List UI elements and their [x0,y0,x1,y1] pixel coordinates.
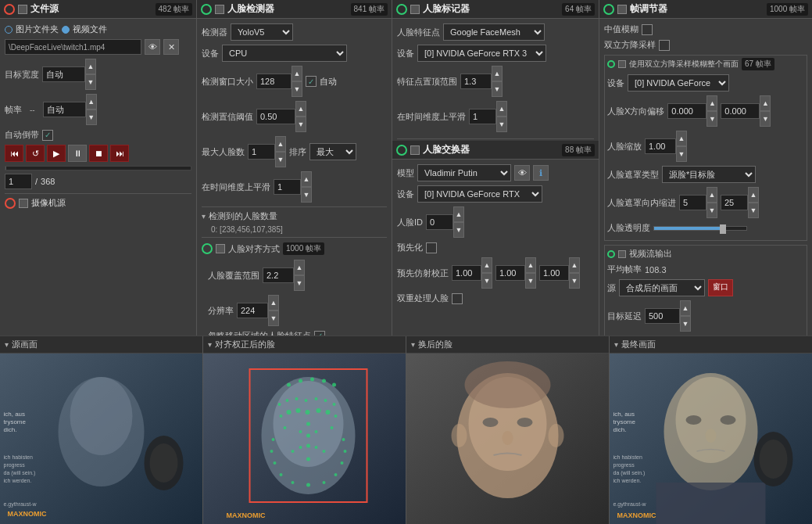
psv3-input[interactable] [539,265,569,281]
temporal-up-detector[interactable]: ▲ [301,171,312,187]
double-process-checkbox[interactable] [452,293,463,304]
landmark-select[interactable]: Google FaceMesh [443,23,545,41]
erode-up[interactable]: ▲ [706,187,717,203]
face-swapper-power-btn[interactable] [396,145,407,156]
face-marker-checkbox[interactable] [410,5,420,14]
psv1-down[interactable]: ▼ [481,273,492,289]
median-checkbox[interactable] [642,24,653,35]
psv1-up[interactable]: ▲ [481,257,492,273]
model-select[interactable]: Vladimir Putin [417,164,511,181]
info-btn-model[interactable]: ℹ [533,165,549,181]
window-size-input[interactable] [256,74,292,89]
y-offset-up[interactable]: ▲ [760,95,771,111]
y-offset-input[interactable] [721,103,760,119]
x-offset-down[interactable]: ▼ [706,111,717,127]
psv2-input[interactable] [495,265,525,281]
psv2-down[interactable]: ▼ [525,273,536,289]
play-btn[interactable]: ▶ [47,145,66,162]
opacity-slider[interactable] [653,226,747,231]
target-delay-down[interactable]: ▼ [680,316,691,332]
frame-current-input[interactable] [5,174,32,189]
target-width-up[interactable]: ▲ [85,59,96,74]
psv1-input[interactable] [452,265,481,281]
sort-select[interactable]: 最大 [309,143,356,160]
opacity-thumb[interactable] [720,224,726,234]
scale-up[interactable]: ▲ [676,131,687,146]
x-offset-input[interactable] [667,103,706,119]
max-faces-up[interactable]: ▲ [275,136,286,152]
max-faces-down[interactable]: ▼ [275,152,286,167]
eye-btn-file[interactable]: 👁 [145,39,160,55]
fps-up[interactable]: ▲ [86,94,97,109]
pre-sharpen-checkbox[interactable] [426,242,437,253]
file-path-input[interactable] [5,39,141,55]
frame-adjuster-power-btn[interactable] [603,4,614,15]
face-cover-down[interactable]: ▼ [294,275,305,291]
device-select-marker[interactable]: [0] NVIDIA GeForce RTX 3 [417,45,546,62]
psv3-up[interactable]: ▲ [569,257,580,273]
window-size-up[interactable]: ▲ [292,66,302,81]
temporal-down-detector[interactable]: ▼ [301,187,312,203]
feature-range-up[interactable]: ▲ [492,66,503,81]
camera-checkbox[interactable] [19,199,28,208]
next-btn[interactable]: ⏭ [110,145,129,162]
source-select[interactable]: 合成后的画面 [619,279,705,296]
target-width-down[interactable]: ▼ [85,74,96,90]
camera-power-btn[interactable] [5,198,16,209]
radio-video[interactable] [62,26,70,34]
eye-btn-model[interactable]: 👁 [514,165,530,181]
bilateral-checkbox[interactable] [659,40,670,51]
face-id-down[interactable]: ▼ [453,222,464,238]
auto-copy-checkbox[interactable] [42,130,53,141]
resolution-input[interactable] [237,303,268,318]
file-source-power-btn[interactable] [4,4,15,15]
close-btn-file[interactable]: ✕ [163,39,179,55]
window-size-down[interactable]: ▼ [292,81,302,97]
face-detector-checkbox[interactable] [215,5,224,14]
auto-window-checkbox[interactable] [306,76,317,87]
frame-adjuster-checkbox[interactable] [617,5,627,14]
radio-images[interactable] [5,26,13,34]
resolution-up[interactable]: ▲ [268,295,279,310]
y-offset-down[interactable]: ▼ [760,111,771,127]
bilateral-sub-power[interactable] [607,60,615,68]
temporal-input-detector[interactable] [274,179,301,195]
stream-out-checkbox[interactable] [618,250,626,258]
mask-type-select[interactable]: 源脸*目标脸 [662,166,756,183]
device-select-swapper[interactable]: [0] NVIDIA GeForce RTX [417,185,542,203]
scale-down[interactable]: ▼ [676,146,687,162]
erode-down[interactable]: ▼ [706,203,717,218]
target-delay-up[interactable]: ▲ [680,300,691,316]
resolution-down[interactable]: ▼ [268,310,279,326]
face-swapper-checkbox[interactable] [410,145,420,155]
threshold-up[interactable]: ▲ [295,101,306,117]
threshold-input[interactable] [256,109,295,124]
stream-out-power[interactable] [607,250,615,258]
file-source-checkbox[interactable] [18,5,27,14]
align-power-btn[interactable] [202,243,213,254]
device-select-adjuster[interactable]: [0] NVIDIA GeForce [628,74,729,92]
threshold-down[interactable]: ▼ [295,117,306,132]
psv2-up[interactable]: ▲ [525,257,536,273]
blur-down[interactable]: ▼ [748,203,759,218]
target-delay-input[interactable] [645,308,680,324]
face-marker-power-btn[interactable] [396,4,407,15]
psv3-down[interactable]: ▼ [569,273,580,289]
window-btn[interactable]: 窗口 [708,279,733,296]
align-checkbox[interactable] [216,244,225,253]
detector-select[interactable]: YoloV5 [231,23,293,41]
fps-input[interactable] [43,102,86,117]
feature-range-input[interactable] [460,74,492,89]
max-faces-input[interactable] [248,144,275,160]
blur-up[interactable]: ▲ [748,187,759,203]
x-offset-up[interactable]: ▲ [706,95,717,111]
fps-down[interactable]: ▼ [86,109,97,125]
progress-bar[interactable] [5,166,191,170]
face-id-input[interactable] [426,214,453,230]
stop-btn[interactable]: ⏹ [89,145,108,162]
bilateral-sub-checkbox[interactable] [618,60,626,68]
prev-btn[interactable]: ⏮ [5,145,23,162]
det-count-section[interactable]: ▾ 检测到的人脸数量 [202,210,387,222]
target-width-input[interactable] [42,66,85,82]
temporal-down-marker[interactable]: ▼ [496,117,507,132]
